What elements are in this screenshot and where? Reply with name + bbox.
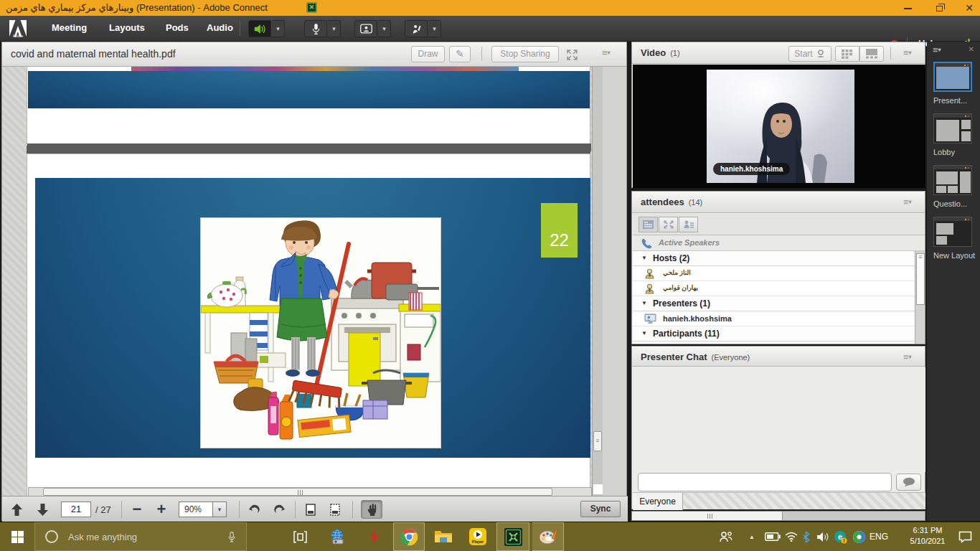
language-indicator[interactable]: ENG	[870, 532, 888, 542]
horizontal-scroll-handle[interactable]	[43, 488, 552, 496]
page-number-input[interactable]: 21	[61, 501, 91, 517]
layout-label[interactable]: New Layout	[933, 251, 975, 260]
fit-page-button[interactable]	[302, 501, 319, 518]
speaker-button[interactable]	[248, 20, 271, 37]
microphone-dropdown[interactable]: ▾	[328, 20, 341, 37]
raise-hand-dropdown[interactable]: ▾	[428, 20, 441, 37]
svg-text:Adobe: Adobe	[13, 34, 24, 38]
zoom-out-button[interactable]: −	[128, 501, 146, 518]
projector-app-button[interactable]	[321, 522, 353, 551]
player-app-button[interactable]: Player	[462, 522, 494, 551]
chrome-app-button[interactable]	[393, 522, 425, 551]
zoom-in-button[interactable]: +	[153, 501, 170, 518]
stop-sharing-button[interactable]: Stop Sharing	[491, 46, 559, 62]
sync-button[interactable]: Sync	[580, 501, 621, 517]
tray-people-icon[interactable]	[719, 522, 733, 551]
start-webcam-button[interactable]: Start	[788, 46, 831, 62]
attendees-scroll-handle[interactable]: ≡	[916, 253, 925, 305]
webcam-dropdown[interactable]: ▾	[378, 20, 391, 37]
undo-button[interactable]	[246, 501, 263, 518]
menu-pods[interactable]: Pods	[166, 22, 189, 33]
tray-hidden-icons-button[interactable]: ▲	[749, 522, 755, 551]
search-mic-icon[interactable]	[227, 531, 236, 543]
file-explorer-button[interactable]	[428, 522, 459, 551]
zoom-level-value[interactable]: 90%	[179, 501, 213, 517]
column-scroll-handle[interactable]	[632, 512, 783, 520]
chat-pod-menu-button[interactable]: ≡▾	[903, 352, 912, 362]
grid-view-button[interactable]	[835, 46, 859, 62]
attendee-list-view-button[interactable]	[639, 217, 658, 232]
layouts-menu-button[interactable]: ≡▾	[933, 44, 941, 55]
adobe-connect-app-button[interactable]	[496, 522, 529, 551]
group-hosts[interactable]: ▼ Hosts (2)	[633, 251, 915, 266]
hand-tool-button[interactable]	[361, 500, 382, 519]
group-participants[interactable]: ▼ Participants (11)	[633, 326, 915, 342]
webcam-feed[interactable]: hanieh.khoshsima	[707, 70, 854, 183]
video-pod-menu-button[interactable]: ≡▾	[903, 47, 912, 58]
menu-audio[interactable]: Audio	[207, 22, 233, 33]
send-chat-button[interactable]	[896, 474, 921, 491]
draw-button[interactable]: Draw	[411, 46, 445, 62]
svg-text:Player: Player	[472, 540, 484, 544]
collapse-icon[interactable]: ▼	[641, 300, 647, 306]
restore-button[interactable]	[927, 0, 951, 16]
pencil-tool-button[interactable]: ✎	[449, 46, 471, 62]
tray-volume-icon[interactable]	[816, 522, 829, 551]
tray-network-app-icon[interactable]	[852, 522, 866, 551]
attendees-pod-menu-button[interactable]: ≡▾	[903, 197, 912, 207]
breakout-view-button[interactable]	[659, 217, 678, 232]
raise-hand-button[interactable]	[405, 20, 428, 37]
collapse-icon[interactable]: ▼	[641, 255, 647, 261]
taskbar-search[interactable]: Ask me anything	[34, 522, 247, 551]
document-vertical-scrollbar[interactable]: ≡	[592, 67, 603, 504]
video-head-divider	[890, 47, 891, 60]
paint-icon	[539, 528, 557, 545]
attendee-row[interactable]: بهاران قوامي	[633, 281, 915, 296]
menu-layouts[interactable]: Layouts	[109, 22, 145, 33]
tray-wifi-icon[interactable]	[785, 522, 798, 551]
tab-everyone[interactable]: Everyone	[633, 493, 683, 510]
layout-label[interactable]: Lobby	[933, 148, 955, 156]
close-button[interactable]: ✕	[957, 0, 980, 16]
layout-label[interactable]: Present...	[933, 96, 967, 105]
layout-thumb-lobby[interactable]	[933, 113, 972, 143]
attendee-status-view-button[interactable]	[679, 217, 698, 232]
next-page-button[interactable]	[34, 501, 51, 518]
paint-app-button[interactable]	[532, 522, 564, 551]
webcam-button[interactable]	[354, 20, 377, 37]
layout-thumb-new[interactable]	[933, 217, 972, 247]
flash-app-button[interactable]	[359, 522, 390, 551]
collapse-icon[interactable]: ▼	[641, 330, 647, 336]
layout-label[interactable]: Questio...	[933, 199, 967, 208]
column-horizontal-scrollbar[interactable]	[631, 511, 925, 521]
redo-button[interactable]	[270, 501, 288, 518]
start-button[interactable]	[0, 522, 34, 551]
share-pod-menu-button[interactable]: ≡▾	[602, 47, 611, 58]
fit-width-button[interactable]	[326, 501, 344, 518]
tray-bluetooth-icon[interactable]	[802, 522, 810, 551]
chat-input[interactable]	[638, 473, 892, 491]
menu-meeting[interactable]: Meeting	[52, 22, 87, 33]
filmstrip-view-button[interactable]	[859, 46, 884, 62]
layouts-close-button[interactable]: ✕	[969, 45, 974, 53]
attendee-row[interactable]: الناز ملحي	[633, 266, 915, 281]
action-center-button[interactable]	[958, 522, 972, 551]
task-view-button[interactable]	[284, 522, 316, 551]
thumb-titlebar	[934, 114, 971, 118]
group-presenters[interactable]: ▼ Presenters (1)	[633, 296, 915, 311]
attendee-row[interactable]: hanieh.khoshsima	[633, 311, 915, 326]
attendees-scrollbar[interactable]: ≡	[915, 251, 925, 344]
speaker-dropdown[interactable]: ▾	[272, 20, 285, 37]
vertical-scroll-handle[interactable]: ≡	[593, 431, 602, 451]
minimize-button[interactable]	[895, 0, 920, 16]
microphone-button[interactable]	[304, 20, 327, 37]
zoom-dropdown[interactable]: ▾	[213, 501, 227, 517]
tray-battery-icon[interactable]	[765, 522, 781, 551]
previous-page-button[interactable]	[8, 501, 25, 518]
layout-thumb-questions[interactable]	[933, 165, 972, 195]
tray-antivirus-icon[interactable]: e!	[834, 522, 847, 551]
document-canvas[interactable]: 22	[2, 67, 592, 496]
taskbar-clock[interactable]: 6:31 PM 5/10/2021	[903, 525, 953, 547]
layout-thumb-presentation[interactable]	[933, 62, 972, 92]
fullscreen-button[interactable]	[566, 49, 578, 61]
